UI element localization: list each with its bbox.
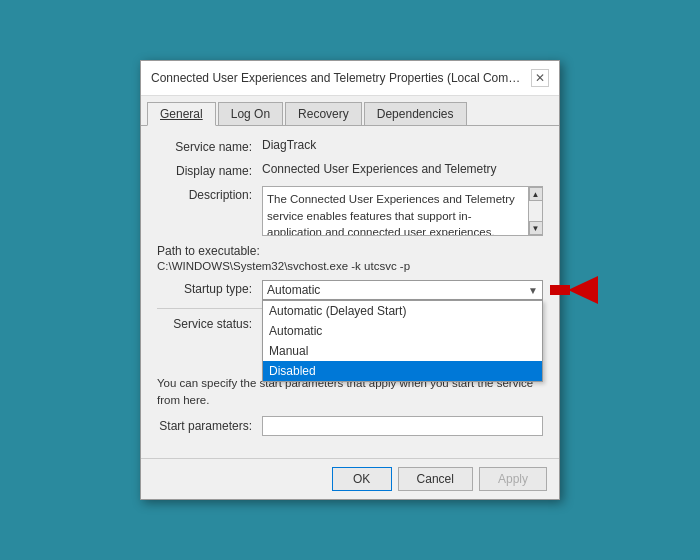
arrow-body <box>550 285 570 295</box>
start-params-input[interactable] <box>262 416 543 436</box>
dialog-title: Connected User Experiences and Telemetry… <box>151 71 521 85</box>
service-name-row: Service name: DiagTrack <box>157 138 543 154</box>
title-bar: Connected User Experiences and Telemetry… <box>141 61 559 96</box>
startup-type-label: Startup type: <box>157 280 252 296</box>
service-name-label: Service name: <box>157 138 252 154</box>
option-automatic-delayed[interactable]: Automatic (Delayed Start) <box>263 301 542 321</box>
properties-dialog: Connected User Experiences and Telemetry… <box>140 60 560 499</box>
option-automatic[interactable]: Automatic <box>263 321 542 341</box>
startup-dropdown-menu: Automatic (Delayed Start) Automatic Manu… <box>262 300 543 382</box>
tab-dependencies[interactable]: Dependencies <box>364 102 467 125</box>
display-name-row: Display name: Connected User Experiences… <box>157 162 543 178</box>
startup-select-value: Automatic <box>267 283 320 297</box>
tab-general[interactable]: General <box>147 102 216 126</box>
startup-type-row: Startup type: Automatic ▼ Automatic (Del… <box>157 280 543 300</box>
arrow-head <box>568 276 598 304</box>
description-text: The Connected User Experiences and Telem… <box>267 191 538 236</box>
start-params-label: Start parameters: <box>157 419 252 433</box>
dropdown-arrow-icon: ▼ <box>528 285 538 296</box>
description-label: Description: <box>157 186 252 202</box>
tab-recovery[interactable]: Recovery <box>285 102 362 125</box>
description-box: The Connected User Experiences and Telem… <box>262 186 543 236</box>
option-manual[interactable]: Manual <box>263 341 542 361</box>
display-name-value: Connected User Experiences and Telemetry <box>262 162 543 176</box>
scroll-up-arrow[interactable]: ▲ <box>529 187 543 201</box>
service-status-label: Service status: <box>157 317 252 331</box>
dialog-content: Service name: DiagTrack Display name: Co… <box>141 126 559 457</box>
startup-type-select[interactable]: Automatic ▼ <box>262 280 543 300</box>
startup-dropdown-container: Automatic ▼ Automatic (Delayed Start) Au… <box>262 280 543 300</box>
red-arrow-indicator <box>550 276 598 304</box>
display-name-label: Display name: <box>157 162 252 178</box>
service-name-value: DiagTrack <box>262 138 543 152</box>
apply-button[interactable]: Apply <box>479 467 547 491</box>
description-row: Description: The Connected User Experien… <box>157 186 543 236</box>
close-button[interactable]: ✕ <box>531 69 549 87</box>
tab-logon[interactable]: Log On <box>218 102 283 125</box>
description-scrollbar[interactable]: ▲ ▼ <box>528 187 542 235</box>
tab-bar: General Log On Recovery Dependencies <box>141 96 559 126</box>
ok-button[interactable]: OK <box>332 467 392 491</box>
scroll-down-arrow[interactable]: ▼ <box>529 221 543 235</box>
path-label: Path to executable: <box>157 244 543 258</box>
path-section: Path to executable: C:\WINDOWS\System32\… <box>157 244 543 272</box>
option-disabled[interactable]: Disabled <box>263 361 542 381</box>
dialog-footer: OK Cancel Apply <box>141 458 559 499</box>
path-value: C:\WINDOWS\System32\svchost.exe -k utcsv… <box>157 260 543 272</box>
cancel-button[interactable]: Cancel <box>398 467 473 491</box>
start-params-row: Start parameters: <box>157 416 543 436</box>
